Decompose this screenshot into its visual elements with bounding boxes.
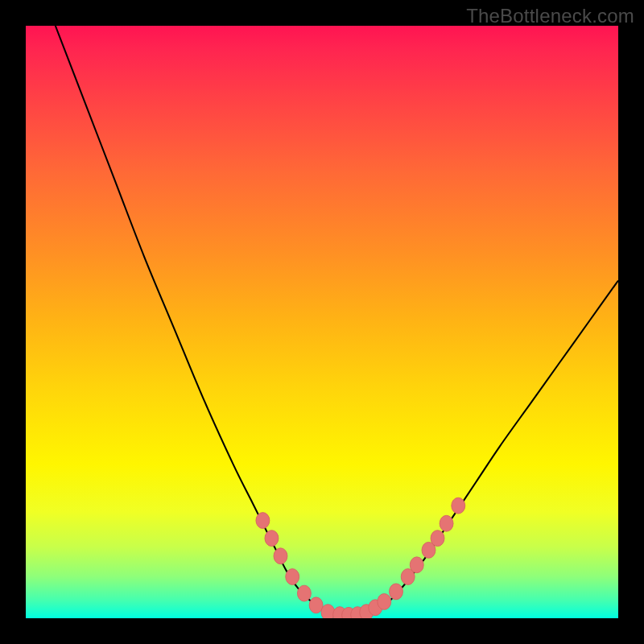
curve-marker xyxy=(256,513,270,529)
bottleneck-curve-path xyxy=(56,26,618,616)
curve-marker xyxy=(452,497,465,514)
curve-marker xyxy=(274,548,287,564)
curve-marker xyxy=(265,530,279,547)
chart-plot-area xyxy=(26,26,618,618)
curve-marker xyxy=(286,569,299,585)
curve-marker xyxy=(410,557,423,573)
curve-marker xyxy=(321,605,335,618)
curve-marker xyxy=(431,530,444,547)
curve-markers-group xyxy=(256,497,465,618)
curve-marker xyxy=(390,584,403,600)
chart-svg xyxy=(26,26,618,618)
curve-marker xyxy=(309,597,323,613)
curve-marker xyxy=(297,585,311,601)
curve-marker xyxy=(440,515,453,531)
attribution-text: TheBottleneck.com xyxy=(466,5,634,27)
curve-marker xyxy=(378,593,391,609)
